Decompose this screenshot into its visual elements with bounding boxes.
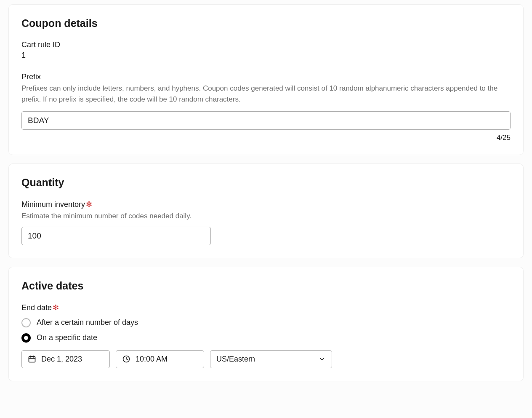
min-inventory-field: Minimum inventory✻ Estimate the minimum … <box>21 200 511 245</box>
min-inventory-input[interactable] <box>21 227 211 245</box>
radio-after-days[interactable]: After a certain number of days <box>21 318 511 327</box>
prefix-field: Prefix Prefixes can only include letters… <box>21 72 511 142</box>
radio-specific-date-label: On a specific date <box>37 333 97 342</box>
end-date-field: End date✻ After a certain number of days… <box>21 303 511 368</box>
prefix-input[interactable] <box>21 111 511 130</box>
prefix-label: Prefix <box>21 72 511 81</box>
coupon-details-title: Coupon details <box>21 17 511 29</box>
required-asterisk-icon: ✻ <box>53 303 59 312</box>
radio-after-days-label: After a certain number of days <box>37 318 138 327</box>
radio-selected-icon <box>21 333 31 343</box>
svg-rect-0 <box>29 356 35 362</box>
prefix-help-text: Prefixes can only include letters, numbe… <box>21 83 511 104</box>
chevron-down-icon <box>318 355 326 363</box>
date-time-row: Dec 1, 2023 10:00 AM US/Eastern <box>21 350 511 368</box>
end-date-label-text: End date <box>21 303 52 312</box>
min-inventory-label: Minimum inventory✻ <box>21 200 511 209</box>
cart-rule-id-value: 1 <box>21 51 511 60</box>
active-dates-title: Active dates <box>21 280 511 292</box>
required-asterisk-icon: ✻ <box>86 200 92 209</box>
time-picker[interactable]: 10:00 AM <box>116 350 204 368</box>
end-date-radio-group: After a certain number of days On a spec… <box>21 318 511 343</box>
cart-rule-id-label: Cart rule ID <box>21 40 511 49</box>
calendar-icon <box>28 355 36 363</box>
prefix-char-counter: 4/25 <box>21 134 511 142</box>
active-dates-card: Active dates End date✻ After a certain n… <box>8 267 524 381</box>
date-value: Dec 1, 2023 <box>41 355 82 364</box>
coupon-details-card: Coupon details Cart rule ID 1 Prefix Pre… <box>8 4 524 155</box>
cart-rule-id-field: Cart rule ID 1 <box>21 40 511 60</box>
quantity-title: Quantity <box>21 177 511 189</box>
min-inventory-label-text: Minimum inventory <box>21 200 85 209</box>
end-date-label: End date✻ <box>21 303 511 312</box>
quantity-card: Quantity Minimum inventory✻ Estimate the… <box>8 163 524 258</box>
time-value: 10:00 AM <box>136 355 168 364</box>
timezone-select[interactable]: US/Eastern <box>210 350 332 368</box>
timezone-value: US/Eastern <box>216 355 318 364</box>
radio-specific-date[interactable]: On a specific date <box>21 333 511 343</box>
clock-icon <box>122 355 130 363</box>
date-picker[interactable]: Dec 1, 2023 <box>21 350 110 368</box>
min-inventory-help-text: Estimate the minimum number of codes nee… <box>21 211 511 222</box>
radio-unselected-icon <box>21 318 31 327</box>
